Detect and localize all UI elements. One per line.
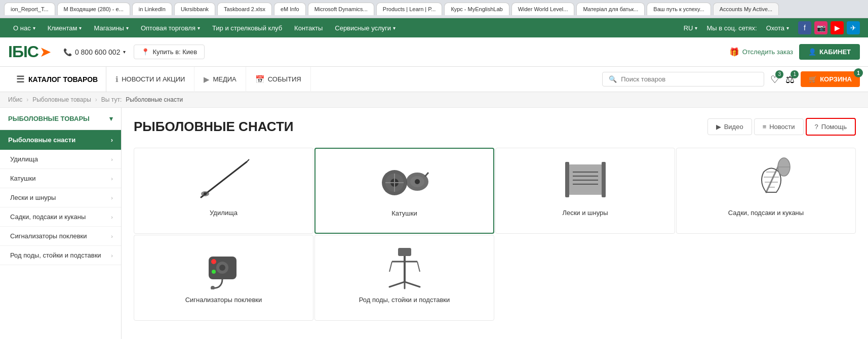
svg-point-30 (219, 265, 225, 271)
nav-events[interactable]: 📅 СОБЫТИЯ (246, 67, 311, 92)
net-svg (738, 157, 794, 202)
product-card-rods[interactable]: Удилища (134, 148, 313, 234)
search-icon: 🔍 (609, 75, 617, 83)
product-image-reels (374, 155, 435, 205)
tab-11[interactable]: Матеріал для батьк... (576, 3, 645, 15)
nav-contacts[interactable]: Контакты (289, 22, 328, 34)
tab-6[interactable]: eM Info (274, 3, 306, 15)
search-input[interactable] (621, 75, 758, 83)
svg-point-3 (204, 192, 207, 195)
track-label: Отследить заказ (742, 48, 793, 56)
line-svg (558, 157, 613, 202)
cabinet-button[interactable]: 👤 КАБИНЕТ (799, 44, 860, 60)
tab-2[interactable]: М Входящие (280) - е... (57, 3, 130, 15)
product-card-alarms[interactable]: Сигнализаторы поклевки (134, 235, 313, 321)
cart-button[interactable]: 🛒 КОРЗИНА 1 (801, 71, 860, 87)
catalog-button[interactable]: ☰ КАТАЛОГ ТОВАРОВ (8, 67, 106, 92)
wishlist-button[interactable]: ♡ 3 (770, 73, 779, 86)
chevron-icon: ▾ (695, 25, 697, 31)
svg-point-32 (212, 270, 216, 274)
product-card-nets[interactable]: Садки, подсаки и куканы (676, 148, 856, 234)
page-title: РЫБОЛОВНЫЕ СНАСТИ (134, 119, 293, 135)
tab-12[interactable]: Ваш путь к успеху... (647, 3, 711, 15)
tab-7[interactable]: Microsoft Dynamics... (308, 3, 374, 15)
user-icon: 👤 (808, 48, 816, 56)
tab-13-active[interactable]: Accounts My Active... (713, 3, 779, 15)
nav-media[interactable]: ▶ МЕДИА (194, 67, 246, 92)
sidebar-chevron-icon: › (111, 195, 113, 201)
rod-svg (196, 157, 252, 202)
product-card-reels[interactable]: Катушки (314, 148, 494, 234)
location-selector[interactable]: 📍 Купить в: Киев (134, 45, 205, 59)
sidebar-item-rods[interactable]: Удилища › (0, 150, 121, 169)
help-button[interactable]: ? Помощь (806, 118, 856, 136)
nav-about[interactable]: О нас ▾ (8, 22, 41, 34)
svg-point-33 (211, 286, 215, 289)
info-icon: ℹ (115, 75, 119, 84)
catalog-nav: ℹ НОВОСТИ И АКЦИИ ▶ МЕДИА 📅 СОБЫТИЯ (106, 67, 596, 92)
catalog-label: КАТАЛОГ ТОВАРОВ (28, 75, 98, 83)
product-image-lines (555, 154, 616, 205)
breadcrumb: Ибис › Рыболовные товары › Вы тут: Рыбол… (0, 92, 868, 108)
video-button[interactable]: ▶ Видео (707, 118, 752, 135)
svg-line-12 (425, 173, 428, 177)
sidebar-chevron-icon: › (111, 233, 113, 239)
catalog-bar: ☰ КАТАЛОГ ТОВАРОВ ℹ НОВОСТИ И АКЦИИ ▶ МЕ… (0, 67, 868, 92)
nav-clients[interactable]: Клиентам ▾ (43, 22, 87, 34)
sidebar-item-reels[interactable]: Катушки › (0, 169, 121, 188)
sidebar-item-alarms[interactable]: Сигнализаторы поклевки › (0, 227, 121, 246)
tab-9[interactable]: Курс - MyEnglishLab (444, 3, 509, 15)
sidebar-item-lines[interactable]: Лески и шнуры › (0, 188, 121, 207)
nav-service[interactable]: Сервисные услуги ▾ (330, 22, 401, 34)
svg-rect-20 (602, 162, 606, 197)
sidebar-active-chevron: › (111, 136, 113, 144)
instagram-icon[interactable]: 📷 (814, 21, 827, 34)
phone-number[interactable]: 0 800 600 002 (75, 48, 121, 56)
track-order-button[interactable]: 🎁 Отследить заказ (729, 47, 793, 57)
compare-button[interactable]: ⚖ 1 (785, 73, 795, 86)
nav-events-label: СОБЫТИЯ (268, 75, 301, 83)
svg-rect-19 (565, 162, 569, 197)
sidebar-chevron-icon: › (111, 252, 113, 259)
svg-line-38 (405, 282, 420, 287)
product-card-lines[interactable]: Лески и шнуры (495, 148, 675, 234)
tab-3[interactable]: in LinkedIn (132, 3, 172, 15)
header-icons: ♡ 3 ⚖ 1 🛒 КОРЗИНА 1 (770, 71, 860, 87)
sidebar-chevron-icon: › (111, 176, 113, 182)
browser-tabs-bar: ion_Report_T... М Входящие (280) - е... … (0, 0, 868, 18)
sidebar-item-nets[interactable]: Садки, подсаки и куканы › (0, 207, 121, 227)
tab-10[interactable]: Wider World Level... (511, 3, 575, 15)
sidebar-category-title[interactable]: РЫБОЛОВНЫЕ ТОВАРЫ ▾ (0, 108, 121, 130)
play-icon: ▶ (204, 75, 210, 84)
product-name-lines: Лески и шнуры (562, 209, 608, 217)
nav-wholesale[interactable]: Оптовая торговля ▾ (136, 22, 205, 34)
nav-shops[interactable]: Магазины ▾ (89, 22, 134, 34)
tab-5[interactable]: Taskboard 2.xlsx (217, 3, 272, 15)
phone-icon: 📞 (63, 48, 72, 56)
top-nav-left: О нас ▾ Клиентам ▾ Магазины ▾ Оптовая то… (8, 22, 679, 34)
facebook-icon[interactable]: f (798, 21, 811, 34)
hunt-selector[interactable]: Охота ▾ (761, 22, 794, 34)
sidebar-chevron-icon: › (111, 214, 113, 220)
sidebar-item-active-fishing-tackle[interactable]: Рыболовные снасти › (0, 130, 121, 150)
social-icons: f 📷 ▶ ✈ (798, 21, 860, 34)
youtube-icon[interactable]: ▶ (831, 21, 844, 34)
nav-news[interactable]: ℹ НОВОСТИ И АКЦИИ (106, 67, 194, 92)
tab-8[interactable]: Products | Learn | P... (376, 3, 443, 15)
wishlist-badge: 3 (775, 70, 783, 78)
breadcrumb-ibis[interactable]: Ибис (8, 96, 22, 103)
chevron-icon: ▾ (393, 25, 396, 31)
logo-arrow-icon: ➤ (40, 44, 51, 60)
news-button[interactable]: ≡ Новости (754, 118, 804, 135)
logo[interactable]: ІБІС ➤ (8, 43, 51, 61)
product-name-alarms: Сигнализаторы поклевки (185, 296, 262, 304)
tab-1[interactable]: ion_Report_T... (4, 3, 55, 15)
telegram-icon[interactable]: ✈ (847, 21, 860, 34)
breadcrumb-fishing[interactable]: Рыболовные товары (32, 96, 91, 103)
sidebar-item-stands[interactable]: Род поды, стойки и подставки › (0, 246, 121, 265)
nav-shooting[interactable]: Тир и стрелковый клуб (207, 22, 287, 34)
product-card-stands[interactable]: Род поды, стойки и подставки (314, 235, 494, 321)
tab-4[interactable]: Ukrsibbank (174, 3, 215, 15)
svg-line-36 (389, 282, 405, 287)
language-selector[interactable]: RU ▾ (679, 22, 703, 34)
